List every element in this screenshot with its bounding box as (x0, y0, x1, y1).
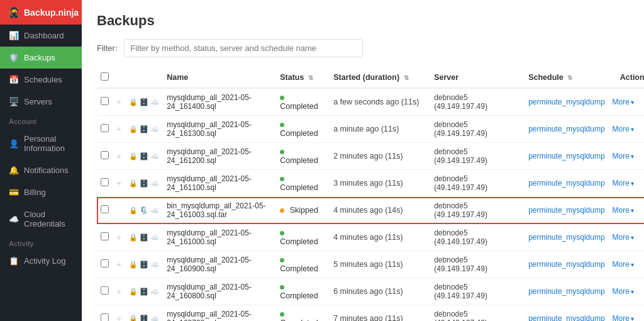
row-checkbox[interactable] (101, 259, 109, 268)
more-button[interactable]: More ▾ (613, 314, 634, 321)
row-icons: 🔒 🗜️ ☁️ (129, 206, 159, 215)
chevron-down-icon: ▾ (631, 126, 634, 133)
row-actions: More ▾ (609, 197, 644, 224)
schedule-link[interactable]: perminute_mysqldump (528, 260, 604, 269)
schedule-link[interactable]: perminute_mysqldump (528, 152, 604, 160)
chevron-down-icon: ▾ (631, 315, 634, 322)
status-text: Skipped (290, 206, 318, 215)
row-name: mysqldump_all_2021-05-24_161400.sql (163, 88, 276, 116)
sidebar-item-label: Cloud Credentials (24, 210, 73, 228)
row-actions: More ▾ (609, 251, 644, 278)
personal-icon: 👤 (9, 139, 19, 149)
row-add-cell[interactable]: + (113, 88, 125, 116)
schedule-link[interactable]: perminute_mysqldump (528, 233, 604, 242)
sidebar-item-dashboard[interactable]: 📊 Dashboard (0, 25, 82, 47)
row-checkbox[interactable] (101, 232, 109, 240)
row-started: a minute ago (11s) (330, 116, 430, 143)
status-text: Completed (280, 183, 318, 192)
sidebar-item-billing[interactable]: 💳 Billing (0, 181, 82, 203)
chevron-down-icon: ▾ (631, 261, 634, 268)
more-label: More (613, 206, 630, 215)
more-label: More (613, 152, 630, 160)
more-button[interactable]: More ▾ (613, 98, 634, 106)
row-checkbox-cell (97, 305, 113, 322)
main-content: Backups Filter: Name Status ⇅ Started (d… (82, 0, 644, 321)
row-checkbox[interactable] (101, 286, 109, 295)
row-add-cell[interactable] (113, 197, 125, 224)
status-sort-icon[interactable]: ⇅ (308, 74, 313, 81)
status-text: Completed (280, 237, 318, 246)
status-text: Completed (280, 318, 318, 321)
filter-input[interactable] (124, 39, 363, 57)
schedule-link[interactable]: perminute_mysqldump (528, 179, 604, 188)
row-name: mysqldump_all_2021-05-24_160800.sql (163, 278, 276, 305)
schedule-link[interactable]: perminute_mysqldump (528, 125, 604, 133)
cloud-upload-icon: ☁️ (150, 125, 159, 133)
row-status: Completed (276, 116, 330, 143)
sidebar-item-schedules[interactable]: 📅 Schedules (0, 69, 82, 91)
row-name: mysqldump_all_2021-05-24_160900.sql (163, 251, 276, 278)
file-icon: 🗜️ (140, 206, 148, 215)
row-status: Completed (276, 251, 330, 278)
schedule-link[interactable]: perminute_mysqldump (528, 206, 604, 215)
more-button[interactable]: More ▾ (613, 179, 634, 188)
lock-icon: 🔒 (129, 206, 138, 215)
sidebar-item-label: Activity Log (24, 256, 65, 266)
schedule-link[interactable]: perminute_mysqldump (528, 314, 604, 321)
sidebar-item-activity-log[interactable]: 📋 Activity Log (0, 250, 82, 272)
file-name-text: mysqldump_all_2021-05-24_160900.sql (167, 256, 252, 273)
schedule-link[interactable]: perminute_mysqldump (528, 98, 604, 106)
status-text: Completed (280, 156, 318, 165)
row-checkbox[interactable] (101, 97, 109, 105)
status-dot (280, 258, 284, 262)
th-started: Started (duration) ⇅ (330, 67, 430, 88)
lock-icon: 🔒 (129, 152, 138, 160)
more-button[interactable]: More ▾ (613, 260, 634, 269)
row-add-cell[interactable]: + (113, 116, 125, 143)
cloud-upload-icon: ☁️ (150, 234, 159, 242)
row-icon-cell: 🔒 🗄️ ☁️ (125, 116, 163, 143)
th-status: Status ⇅ (276, 67, 330, 88)
row-checkbox[interactable] (101, 205, 109, 213)
select-all-checkbox[interactable] (101, 72, 109, 81)
sidebar-item-label: Billing (24, 188, 46, 197)
more-button[interactable]: More ▾ (613, 206, 634, 215)
status-text: Completed (280, 129, 318, 138)
row-checkbox[interactable] (101, 178, 109, 186)
row-icon-cell: 🔒 🗄️ ☁️ (125, 224, 163, 251)
row-checkbox-cell (97, 197, 113, 224)
sidebar-item-backups[interactable]: 🛡️ Backups (0, 47, 82, 69)
row-checkbox[interactable] (101, 124, 109, 132)
sidebar-item-cloud[interactable]: ☁️ Cloud Credentials (0, 203, 82, 235)
row-add-cell[interactable]: + (113, 170, 125, 197)
schedule-link[interactable]: perminute_mysqldump (528, 287, 604, 296)
row-add-cell[interactable]: + (113, 224, 125, 251)
schedule-sort-icon[interactable]: ⇅ (567, 74, 572, 81)
app-name: Backup.ninja (24, 8, 79, 18)
sidebar-item-personal[interactable]: 👤 Personal Information (0, 128, 82, 159)
row-started: 2 minutes ago (11s) (330, 143, 430, 170)
more-button[interactable]: More ▾ (613, 125, 634, 133)
sidebar-item-notifications[interactable]: 🔔 Notifications (0, 159, 82, 181)
row-schedule: perminute_mysqldump (525, 224, 608, 251)
row-server: debnode5 (49.149.197.49) (430, 251, 525, 278)
more-button[interactable]: More ▾ (613, 287, 634, 296)
sidebar-item-servers[interactable]: 🖥️ Servers (0, 91, 82, 113)
row-add-cell[interactable]: + (113, 251, 125, 278)
row-icon-cell: 🔒 🗄️ ☁️ (125, 278, 163, 305)
file-icon: 🗄️ (140, 315, 148, 322)
status-dot (280, 123, 284, 127)
row-checkbox[interactable] (101, 313, 109, 321)
row-add-cell[interactable]: + (113, 278, 125, 305)
file-name-text: mysqldump_all_2021-05-24_161100.sql (167, 174, 252, 192)
row-add-cell[interactable]: + (113, 143, 125, 170)
more-button[interactable]: More ▾ (613, 233, 634, 242)
file-icon: 🗄️ (140, 152, 148, 160)
row-add-cell[interactable]: + (113, 305, 125, 322)
file-name-text: mysqldump_all_2021-05-24_161400.sql (167, 93, 252, 111)
more-button[interactable]: More ▾ (613, 152, 634, 160)
row-checkbox[interactable] (101, 151, 109, 159)
row-icons: 🔒 🗄️ ☁️ (129, 98, 159, 106)
row-status: Completed (276, 143, 330, 170)
started-sort-icon[interactable]: ⇅ (404, 74, 409, 81)
